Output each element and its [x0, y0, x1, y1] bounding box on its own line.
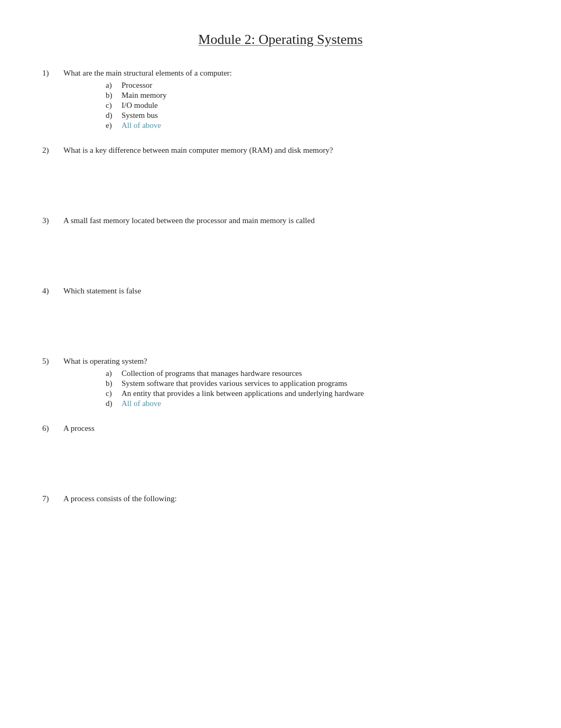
question-3: 3)A small fast memory located between th…	[42, 216, 519, 271]
option-text-1-1: Processor	[121, 81, 152, 90]
option-text-1-3: I/O module	[121, 101, 158, 110]
option-letter-1-1: a)	[106, 81, 121, 90]
spacer-4	[42, 299, 519, 341]
option-letter-1-4: d)	[106, 111, 121, 120]
option-text-5-2: System software that provides various se…	[121, 379, 347, 388]
option-text-5-4: All of above	[121, 399, 161, 408]
option-text-1-4: System bus	[121, 111, 158, 120]
questions-container: 1)What are the main structural elements …	[42, 69, 519, 549]
question-body-1: What are the main structural elements of…	[63, 69, 519, 78]
question-number-2: 2)	[42, 146, 63, 155]
option-letter-1-3: c)	[106, 101, 121, 110]
question-body-4: Which statement is false	[63, 287, 519, 296]
option-text-1-2: Main memory	[121, 91, 166, 100]
question-4: 4)Which statement is false	[42, 287, 519, 341]
question-number-1: 1)	[42, 69, 63, 78]
option-text-1-5: All of above	[121, 121, 161, 130]
option-letter-5-3: c)	[106, 389, 121, 398]
question-body-3: A small fast memory located between the …	[63, 216, 519, 225]
question-number-3: 3)	[42, 216, 63, 225]
option-1-4: d)System bus	[106, 111, 519, 120]
option-text-5-1: Collection of programs that manages hard…	[121, 369, 302, 378]
spacer-7	[42, 506, 519, 549]
question-5: 5)What is operating system?a)Collection …	[42, 357, 519, 408]
question-body-2: What is a key difference between main co…	[63, 146, 519, 155]
question-number-6: 6)	[42, 424, 63, 433]
option-5-1: a)Collection of programs that manages ha…	[106, 369, 519, 378]
option-5-4: d)All of above	[106, 399, 519, 408]
option-1-3: c)I/O module	[106, 101, 519, 110]
option-5-2: b)System software that provides various …	[106, 379, 519, 388]
question-1: 1)What are the main structural elements …	[42, 69, 519, 130]
option-letter-5-2: b)	[106, 379, 121, 388]
question-2: 2)What is a key difference between main …	[42, 146, 519, 200]
question-number-4: 4)	[42, 287, 63, 296]
spacer-2	[42, 158, 519, 200]
option-1-2: b)Main memory	[106, 91, 519, 100]
spacer-3	[42, 228, 519, 271]
question-6: 6)A process	[42, 424, 519, 478]
option-5-3: c)An entity that provides a link between…	[106, 389, 519, 398]
spacer-6	[42, 436, 519, 478]
option-letter-5-1: a)	[106, 369, 121, 378]
option-letter-5-4: d)	[106, 399, 121, 408]
question-number-7: 7)	[42, 494, 63, 503]
option-letter-1-5: e)	[106, 121, 121, 130]
question-body-6: A process	[63, 424, 519, 433]
question-body-5: What is operating system?	[63, 357, 519, 366]
option-1-5: e)All of above	[106, 121, 519, 130]
question-body-7: A process consists of the following:	[63, 494, 519, 503]
question-7: 7)A process consists of the following:	[42, 494, 519, 549]
option-letter-1-2: b)	[106, 91, 121, 100]
options-list-1: a)Processorb)Main memoryc)I/O moduled)Sy…	[106, 81, 519, 130]
question-number-5: 5)	[42, 357, 63, 366]
option-text-5-3: An entity that provides a link between a…	[121, 389, 364, 398]
page-title: Module 2: Operating Systems	[42, 32, 519, 50]
options-list-5: a)Collection of programs that manages ha…	[106, 369, 519, 408]
option-1-1: a)Processor	[106, 81, 519, 90]
